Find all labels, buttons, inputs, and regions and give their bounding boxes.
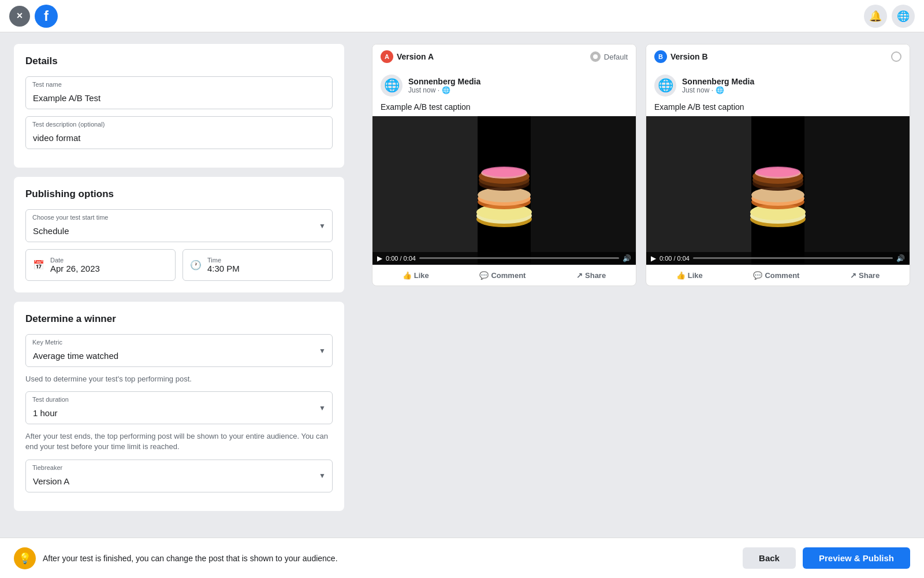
- version-a-author: Sonnenberg Media: [408, 77, 628, 86]
- comment-button-a[interactable]: 💬 Comment: [472, 268, 532, 283]
- version-b-time-text: Just now ·: [682, 86, 713, 94]
- test-duration-field-group: Test duration 1 hour ▼: [25, 391, 333, 424]
- test-name-field-group: Test name: [25, 76, 333, 109]
- like-label-b: Like: [688, 271, 703, 280]
- version-a-video: ▶ 0:00 / 0:04 🔊: [372, 116, 636, 265]
- version-a-post-header: 🌐 Sonnenberg Media Just now · 🌐: [372, 69, 636, 102]
- test-name-label: Test name: [32, 81, 62, 88]
- version-a-actions: 👍 Like 💬 Comment ↗ Share: [372, 265, 636, 286]
- globe-icon[interactable]: 🌐: [892, 5, 915, 28]
- video-bg-left-b: [646, 116, 751, 265]
- like-icon-a: 👍: [403, 271, 412, 280]
- avatar-icon-b: 🌐: [658, 78, 673, 93]
- share-label-a: Share: [585, 271, 606, 280]
- version-a-post-meta: Sonnenberg Media Just now · 🌐: [408, 77, 628, 94]
- default-label: Default: [604, 53, 628, 61]
- radio-inner: [593, 54, 598, 59]
- version-b-avatar: 🌐: [654, 75, 676, 97]
- version-b-circle: B: [654, 50, 667, 63]
- tiebreaker-select-wrapper: Tiebreaker Version A ▼: [25, 460, 333, 492]
- play-button-b[interactable]: ▶: [651, 254, 656, 262]
- calendar-icon: 📅: [33, 260, 44, 271]
- version-b-header: B Version B: [646, 45, 910, 69]
- version-a-badge: A Version A: [381, 50, 434, 63]
- version-b-thumbnail: [646, 116, 910, 265]
- date-field[interactable]: 📅 Date Apr 26, 2023: [25, 249, 176, 281]
- version-b-author: Sonnenberg Media: [682, 77, 901, 86]
- test-name-wrapper: Test name: [25, 76, 333, 109]
- duration-help: After your test ends, the top performing…: [25, 431, 333, 452]
- version-a-avatar: 🌐: [381, 75, 403, 97]
- comment-icon-b: 💬: [753, 271, 762, 280]
- version-a-label: Version A: [397, 52, 434, 61]
- version-b-radio[interactable]: [891, 51, 901, 62]
- test-description-field-group: Test description (optional): [25, 116, 333, 149]
- facebook-logo: f: [35, 5, 58, 28]
- volume-button-b[interactable]: 🔊: [896, 254, 905, 262]
- tiebreaker-field-group: Tiebreaker Version A ▼: [25, 460, 333, 492]
- key-metric-field-group: Key Metric Average time watched ▼: [25, 334, 333, 367]
- version-b-post-meta: Sonnenberg Media Just now · 🌐: [682, 77, 901, 94]
- time-label: Time: [207, 257, 240, 264]
- share-button-b[interactable]: ↗ Share: [843, 268, 886, 283]
- start-time-select-wrapper: Choose your test start time Schedule ▼: [25, 209, 333, 242]
- version-a-time-text: Just now ·: [408, 86, 439, 94]
- version-a-thumbnail: [372, 116, 636, 265]
- like-button-b[interactable]: 👍 Like: [669, 268, 710, 283]
- version-b-card: B Version B 🌐 Sonnenberg Media Just now …: [646, 44, 910, 286]
- time-field[interactable]: 🕐 Time 4:30 PM: [182, 249, 333, 281]
- test-duration-select[interactable]: 1 hour: [25, 391, 333, 424]
- globe-icon-b: 🌐: [716, 86, 724, 94]
- start-time-select[interactable]: Schedule: [25, 209, 333, 242]
- version-b-video: ▶ 0:00 / 0:04 🔊: [646, 116, 910, 265]
- test-duration-select-wrapper: Test duration 1 hour ▼: [25, 391, 333, 424]
- version-b-caption: Example A/B test caption: [646, 102, 910, 116]
- test-description-wrapper: Test description (optional): [25, 116, 333, 149]
- tiebreaker-select[interactable]: Version A: [25, 460, 333, 492]
- version-b-badge: B Version B: [654, 50, 708, 63]
- bottom-info: 💡 After your test is finished, you can c…: [14, 547, 338, 569]
- winner-title: Determine a winner: [25, 313, 333, 325]
- like-button-a[interactable]: 👍 Like: [396, 268, 436, 283]
- version-a-time: Just now · 🌐: [408, 86, 628, 94]
- bottom-info-text: After your test is finished, you can cha…: [43, 554, 338, 563]
- time-display-b: 0:00 / 0:04: [660, 255, 690, 262]
- share-icon-a: ↗: [576, 271, 583, 280]
- details-title: Details: [25, 55, 333, 67]
- topbar: × f 🔔 🌐: [0, 0, 924, 32]
- comment-label-a: Comment: [491, 271, 526, 280]
- bottom-actions: Back Preview & Publish: [743, 547, 910, 569]
- version-a-controls: ▶ 0:00 / 0:04 🔊: [372, 252, 636, 265]
- time-field-content: Time 4:30 PM: [207, 257, 240, 273]
- notification-icon[interactable]: 🔔: [864, 5, 887, 28]
- progress-bar-a[interactable]: [419, 257, 619, 259]
- key-metric-select[interactable]: Average time watched: [25, 334, 333, 367]
- bottom-bar: 💡 After your test is finished, you can c…: [0, 538, 924, 578]
- share-button-a[interactable]: ↗ Share: [569, 268, 613, 283]
- date-time-row: 📅 Date Apr 26, 2023 🕐 Time 4:30 PM: [25, 249, 333, 281]
- version-a-card: A Version A Default 🌐 Sonnenberg Media: [372, 44, 636, 286]
- version-a-circle: A: [381, 50, 393, 63]
- globe-icon-a: 🌐: [442, 86, 450, 94]
- start-time-field-group: Choose your test start time Schedule ▼: [25, 209, 333, 242]
- test-description-label: Test description (optional): [32, 121, 105, 128]
- date-label: Date: [50, 257, 100, 264]
- version-b-post-header: 🌐 Sonnenberg Media Just now · 🌐: [646, 69, 910, 102]
- default-radio[interactable]: [590, 51, 601, 62]
- test-name-input[interactable]: [25, 76, 333, 109]
- close-button[interactable]: ×: [9, 6, 30, 27]
- progress-bar-b[interactable]: [693, 257, 893, 259]
- volume-button-a[interactable]: 🔊: [623, 254, 631, 262]
- details-section: Details Test name Test description (opti…: [14, 44, 344, 168]
- left-panel: Details Test name Test description (opti…: [0, 32, 358, 538]
- back-button[interactable]: Back: [743, 547, 796, 569]
- svg-point-21: [756, 166, 800, 177]
- date-value: Apr 26, 2023: [50, 264, 100, 273]
- preview-publish-button[interactable]: Preview & Publish: [803, 547, 910, 569]
- donut-svg-b: [743, 144, 813, 236]
- topbar-right: 🔔 🌐: [864, 5, 915, 28]
- like-label-a: Like: [414, 271, 429, 280]
- key-metric-select-wrapper: Key Metric Average time watched ▼: [25, 334, 333, 367]
- play-button-a[interactable]: ▶: [377, 254, 382, 262]
- comment-button-b[interactable]: 💬 Comment: [746, 268, 806, 283]
